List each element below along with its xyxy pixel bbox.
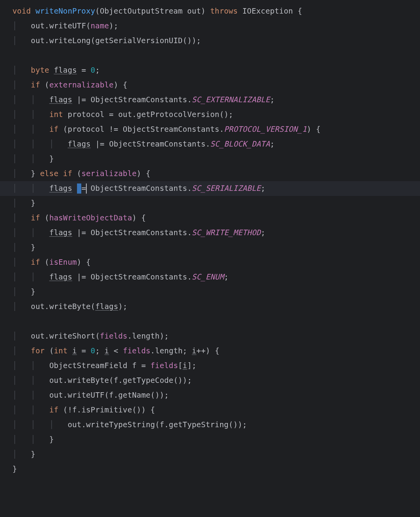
text-caret (86, 183, 87, 194)
code-editor[interactable]: void writeNonProxy(ObjectOutputStream ou… (0, 0, 420, 477)
text-selection (77, 183, 82, 194)
code-content[interactable]: void writeNonProxy(ObjectOutputStream ou… (0, 0, 420, 477)
